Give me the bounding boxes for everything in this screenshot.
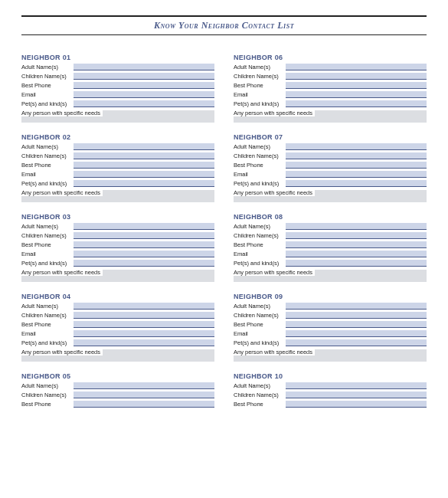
- field-label: Email: [21, 330, 74, 337]
- field-row-children: Children Name(s): [21, 392, 214, 398]
- field-row-pets: Pet(s) and kind(s): [21, 339, 214, 346]
- field-label: Email: [234, 91, 286, 98]
- field-label: Email: [21, 171, 74, 178]
- field-label: Children Name(s): [21, 312, 74, 319]
- field-blank-line: [286, 152, 427, 159]
- needs-blank-line: [234, 116, 427, 123]
- field-row-phone: Best Phone: [234, 321, 427, 328]
- field-blank-line: [74, 152, 214, 159]
- field-row-pets: Pet(s) and kind(s): [21, 260, 214, 267]
- neighbor-heading: NEIGHBOR 10: [234, 372, 427, 380]
- field-blank-line: [74, 330, 214, 337]
- field-blank-line: [74, 401, 214, 408]
- field-row-adult: Adult Name(s): [234, 382, 427, 389]
- field-blank-line: [286, 392, 427, 398]
- field-row-phone: Best Phone: [234, 401, 427, 408]
- field-row-phone: Best Phone: [21, 162, 214, 169]
- needs-label: Any person with specific needs: [234, 189, 315, 196]
- field-row-adult: Adult Name(s): [21, 223, 214, 230]
- field-row-email: Email: [21, 171, 214, 178]
- neighbor-heading: NEIGHBOR 09: [234, 293, 427, 300]
- field-blank-line: [286, 223, 427, 230]
- field-blank-line: [286, 241, 427, 248]
- field-row-adult: Adult Name(s): [234, 303, 427, 310]
- needs-blank-line: [103, 349, 214, 355]
- field-row-adult: Adult Name(s): [234, 143, 427, 150]
- neighbor-heading: NEIGHBOR 08: [234, 213, 427, 221]
- field-label: Best Phone: [21, 321, 74, 328]
- needs-label: Any person with specific needs: [234, 110, 315, 116]
- field-label: Best Phone: [21, 82, 74, 89]
- field-label: Pet(s) and kind(s): [21, 339, 74, 346]
- field-row-children: Children Name(s): [234, 73, 427, 80]
- field-row-adult: Adult Name(s): [234, 223, 427, 230]
- field-blank-line: [286, 73, 427, 80]
- field-label: Adult Name(s): [21, 223, 74, 230]
- field-blank-line: [74, 180, 214, 187]
- field-blank-line: [286, 162, 427, 169]
- needs-blank-line: [103, 110, 214, 116]
- field-label: Best Phone: [234, 321, 286, 328]
- field-label: Best Phone: [21, 162, 74, 169]
- field-row-children: Children Name(s): [21, 73, 214, 80]
- field-blank-line: [74, 303, 214, 310]
- neighbor-heading: NEIGHBOR 06: [234, 54, 427, 61]
- field-label: Children Name(s): [234, 392, 286, 398]
- field-blank-line: [74, 260, 214, 267]
- field-blank-line: [286, 260, 427, 267]
- field-blank-line: [286, 91, 427, 98]
- field-label: Email: [234, 171, 286, 178]
- needs-blank-line: [234, 196, 427, 202]
- neighbor-heading: NEIGHBOR 07: [234, 133, 427, 141]
- field-blank-line: [286, 180, 427, 187]
- field-row-adult: Adult Name(s): [21, 382, 214, 389]
- needs-section: Any person with specific needs: [234, 269, 427, 282]
- field-row-adult: Adult Name(s): [21, 303, 214, 310]
- field-blank-line: [74, 162, 214, 169]
- field-row-children: Children Name(s): [21, 232, 214, 239]
- field-label: Best Phone: [234, 162, 286, 169]
- needs-blank-line: [234, 355, 427, 362]
- neighbor-card: NEIGHBOR 10Adult Name(s)Children Name(s)…: [234, 372, 427, 410]
- neighbor-heading: NEIGHBOR 03: [21, 213, 214, 221]
- field-label: Best Phone: [234, 82, 286, 89]
- needs-section: Any person with specific needs: [234, 110, 427, 123]
- field-blank-line: [286, 143, 427, 150]
- field-blank-line: [74, 392, 214, 398]
- field-blank-line: [74, 312, 214, 319]
- neighbor-card: NEIGHBOR 08Adult Name(s)Children Name(s)…: [234, 213, 427, 282]
- field-blank-line: [74, 241, 214, 248]
- field-row-email: Email: [234, 330, 427, 337]
- needs-section: Any person with specific needs: [21, 189, 214, 202]
- needs-label: Any person with specific needs: [21, 269, 103, 276]
- needs-blank-line: [103, 270, 214, 276]
- needs-section: Any person with specific needs: [21, 269, 214, 282]
- field-label: Pet(s) and kind(s): [21, 180, 74, 187]
- field-label: Adult Name(s): [234, 64, 286, 70]
- field-row-phone: Best Phone: [21, 401, 214, 408]
- field-label: Children Name(s): [21, 152, 74, 159]
- field-row-phone: Best Phone: [21, 321, 214, 328]
- field-blank-line: [74, 73, 214, 80]
- neighbor-card: NEIGHBOR 07Adult Name(s)Children Name(s)…: [234, 133, 427, 202]
- field-label: Best Phone: [21, 241, 74, 248]
- right-column: NEIGHBOR 06Adult Name(s)Children Name(s)…: [234, 54, 427, 410]
- field-label: Adult Name(s): [234, 143, 286, 150]
- columns: NEIGHBOR 01Adult Name(s)Children Name(s)…: [21, 54, 427, 410]
- needs-label: Any person with specific needs: [21, 110, 103, 116]
- field-label: Adult Name(s): [234, 303, 286, 310]
- field-blank-line: [286, 251, 427, 257]
- field-blank-line: [74, 91, 214, 98]
- field-row-phone: Best Phone: [21, 241, 214, 248]
- needs-blank-line: [234, 276, 427, 282]
- field-blank-line: [286, 312, 427, 319]
- field-label: Best Phone: [234, 401, 286, 408]
- needs-label: Any person with specific needs: [234, 269, 315, 276]
- field-blank-line: [74, 82, 214, 89]
- field-blank-line: [286, 303, 427, 310]
- field-label: Best Phone: [234, 241, 286, 248]
- field-label: Adult Name(s): [21, 303, 74, 310]
- field-blank-line: [286, 232, 427, 239]
- needs-blank-line: [21, 355, 214, 362]
- field-label: Adult Name(s): [234, 223, 286, 230]
